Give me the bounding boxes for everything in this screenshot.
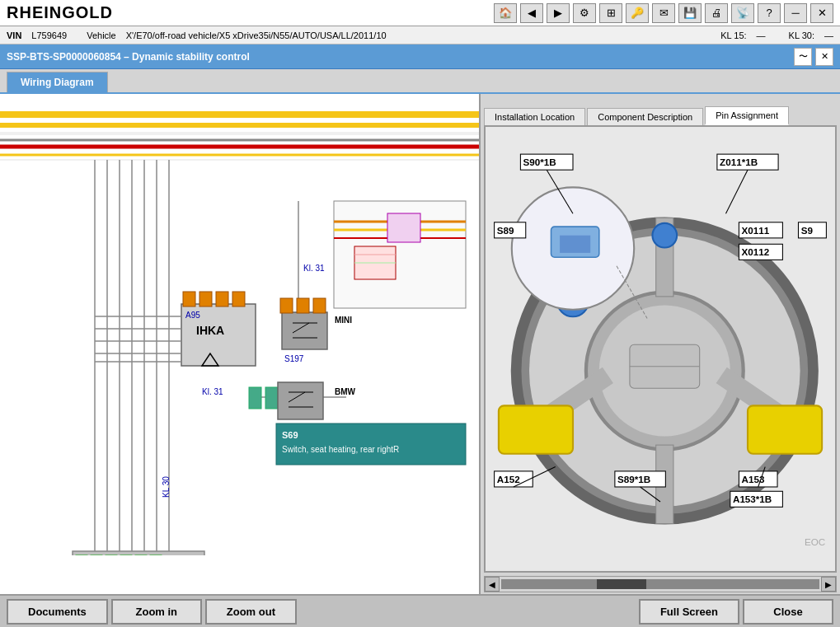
svg-rect-11: [387, 213, 420, 242]
documents-button[interactable]: Documents: [7, 599, 108, 625]
right-panel: Installation Location Component Descript…: [481, 94, 840, 594]
svg-rect-33: [183, 292, 195, 306]
close-window-btn[interactable]: ✕: [810, 3, 833, 23]
grid-btn[interactable]: ⊞: [599, 3, 622, 23]
svg-rect-55: [276, 423, 466, 465]
zoom-out-button[interactable]: Zoom out: [205, 599, 297, 625]
svg-text:S9: S9: [801, 225, 814, 236]
home-btn[interactable]: 🏠: [494, 3, 517, 23]
wiring-svg: A95 IHKA Kl. 31: [0, 94, 479, 555]
svg-rect-37: [282, 312, 327, 349]
ssp-title: SSP-BTS-SP0000060854 – Dynamic stability…: [7, 51, 250, 63]
right-btn-group: Full Screen Close: [639, 599, 833, 625]
left-btn-group: Documents Zoom in Zoom out: [7, 599, 297, 625]
svg-rect-48: [249, 387, 261, 409]
svg-text:Switch, seat heating, rear rig: Switch, seat heating, rear rightR: [282, 445, 399, 454]
svg-text:Z011*1B: Z011*1B: [720, 157, 758, 167]
svg-text:A95: A95: [185, 311, 200, 320]
steering-wheel-diagram: S90*1B Z011*1B S89 X0111 X0112 S9: [486, 127, 835, 571]
svg-rect-43: [280, 298, 293, 313]
full-screen-button[interactable]: Full Screen: [639, 599, 739, 625]
svg-rect-35: [216, 292, 228, 306]
vehicle-label: Vehicle: [87, 30, 115, 40]
svg-text:Kl. 31: Kl. 31: [202, 387, 223, 396]
wiring-diagram[interactable]: A95 IHKA Kl. 31: [0, 94, 479, 594]
toolbar: 🏠 ◀ ▶ ⚙ ⊞ 🔑 ✉ 💾 🖨 📡 ? ─ ✕: [494, 3, 833, 23]
email-btn[interactable]: ✉: [652, 3, 675, 23]
svg-text:Kl. 31: Kl. 31: [303, 264, 325, 273]
svg-rect-36: [232, 292, 245, 306]
kl15-label: KL 15:: [720, 30, 746, 40]
print-btn[interactable]: 🖨: [705, 3, 728, 23]
svg-text:IHKA: IHKA: [196, 324, 224, 337]
right-scrollbar: ◀ ▶: [484, 576, 837, 592]
svg-text:S89*1B: S89*1B: [617, 474, 650, 484]
svg-rect-34: [199, 292, 212, 306]
scroll-track[interactable]: [501, 579, 819, 589]
key-btn[interactable]: 🔑: [626, 3, 649, 23]
forward-btn[interactable]: ▶: [547, 3, 570, 23]
svg-text:KL 30: KL 30: [162, 476, 171, 498]
tab-component-description[interactable]: Component Description: [587, 108, 703, 125]
ssp-wave-icon[interactable]: 〜: [794, 48, 812, 66]
svg-rect-44: [297, 298, 309, 313]
svg-text:X0111: X0111: [742, 225, 770, 236]
main-content: A95 IHKA Kl. 31: [0, 94, 840, 594]
scroll-right-btn[interactable]: ▶: [821, 577, 836, 592]
vin-label: VIN: [7, 30, 21, 40]
svg-point-94: [652, 223, 677, 248]
tab-wiring-diagram[interactable]: Wiring Diagram: [7, 72, 108, 92]
network-btn[interactable]: 📡: [731, 3, 754, 23]
vin-bar: VIN L759649 Vehicle X'/E70/off-road vehi…: [0, 26, 840, 44]
svg-text:X0112: X0112: [742, 246, 770, 257]
right-tabs: Installation Location Component Descript…: [481, 94, 840, 125]
right-content: S90*1B Z011*1B S89 X0111 X0112 S9: [484, 125, 837, 573]
scroll-thumb[interactable]: [597, 579, 646, 589]
vehicle-value: X'/E70/off-road vehicle/X5 xDrive35i/N55…: [126, 30, 387, 40]
save-btn[interactable]: 💾: [678, 3, 702, 23]
svg-text:S89: S89: [497, 225, 514, 236]
vin-value: L759649: [31, 30, 67, 40]
wiring-panel: A95 IHKA Kl. 31: [0, 94, 481, 594]
app-title: RHEINGOLD: [7, 3, 113, 22]
kl30-label: KL 30:: [789, 30, 814, 40]
ssp-close-icon[interactable]: ✕: [815, 48, 833, 66]
help-btn[interactable]: ?: [758, 3, 781, 23]
svg-text:A153: A153: [742, 474, 765, 484]
title-bar: RHEINGOLD 🏠 ◀ ▶ ⚙ ⊞ 🔑 ✉ 💾 🖨 📡 ? ─ ✕: [0, 0, 840, 26]
settings-btn[interactable]: ⚙: [573, 3, 596, 23]
ssp-icon-group: 〜 ✕: [794, 48, 833, 66]
svg-rect-91: [499, 405, 573, 453]
back-btn[interactable]: ◀: [520, 3, 543, 23]
svg-rect-59: [73, 551, 204, 555]
svg-text:BMW: BMW: [335, 387, 356, 396]
scroll-left-btn[interactable]: ◀: [485, 577, 500, 592]
bottom-bar: Documents Zoom in Zoom out Full Screen C…: [0, 594, 840, 627]
tab-installation-location[interactable]: Installation Location: [484, 108, 585, 125]
svg-text:S90*1B: S90*1B: [523, 157, 556, 167]
tab-pin-assignment[interactable]: Pin Assignment: [705, 106, 789, 125]
svg-text:S197: S197: [284, 354, 304, 363]
tab-row: Wiring Diagram: [0, 69, 840, 94]
svg-text:S69: S69: [282, 430, 298, 440]
svg-rect-45: [313, 298, 326, 313]
svg-text:A153*1B: A153*1B: [733, 494, 772, 504]
svg-text:EOC: EOC: [805, 536, 825, 547]
kl30-value: —: [824, 30, 833, 40]
svg-rect-99: [560, 236, 590, 253]
minimize-btn[interactable]: ─: [784, 3, 807, 23]
svg-text:MINI: MINI: [335, 316, 352, 325]
svg-rect-49: [265, 387, 278, 409]
svg-text:A152: A152: [497, 474, 520, 484]
ssp-bar: SSP-BTS-SP0000060854 – Dynamic stability…: [0, 44, 840, 69]
svg-rect-50: [278, 382, 323, 419]
close-button[interactable]: Close: [743, 599, 833, 625]
svg-rect-92: [748, 405, 822, 453]
kl15-value: —: [757, 30, 766, 40]
zoom-in-button[interactable]: Zoom in: [111, 599, 202, 625]
